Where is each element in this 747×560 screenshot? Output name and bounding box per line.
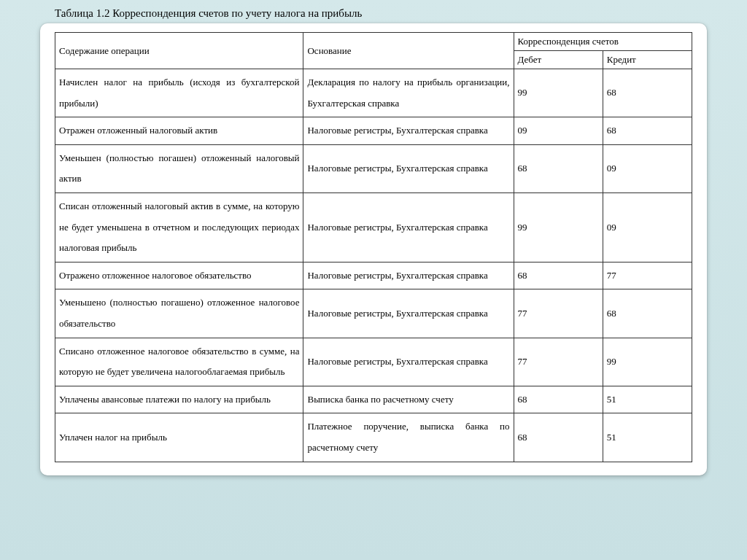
table-row: Списано отложенное налоговое обязательст…: [55, 338, 692, 386]
cell-basis: Платежное поручение, выписка банка по ра…: [303, 413, 514, 462]
cell-credit: 68: [603, 117, 692, 145]
cell-debit: 68: [514, 413, 603, 462]
cell-basis: Налоговые регистры, Бухгалтерская справк…: [303, 289, 514, 338]
cell-operation: Начислен налог на прибыль (исходя из бух…: [55, 69, 303, 117]
table-row: Отражено отложенное налоговое обязательс…: [55, 262, 692, 289]
cell-basis: Налоговые регистры, Бухгалтерская справк…: [303, 262, 514, 289]
cell-credit: 77: [603, 262, 692, 289]
cell-debit: 09: [514, 117, 603, 145]
cell-credit: 51: [603, 413, 692, 462]
cell-credit: 09: [603, 192, 692, 262]
table-caption: Таблица 1.2 Корреспонденция счетов по уч…: [55, 7, 736, 20]
header-debit: Дебет: [514, 51, 603, 69]
cell-operation: Уплачен налог на прибыль: [55, 413, 303, 462]
cell-debit: 68: [514, 144, 603, 192]
cell-debit: 77: [514, 289, 603, 338]
cell-debit: 99: [514, 192, 603, 262]
accounts-table: Содержание операции Основание Корреспонд…: [55, 32, 692, 462]
cell-basis: Налоговые регистры, Бухгалтерская справк…: [303, 144, 514, 192]
table-card: Содержание операции Основание Корреспонд…: [40, 23, 707, 475]
table-row: Уплачен налог на прибыль Платежное поруч…: [55, 413, 692, 462]
cell-credit: 68: [603, 289, 692, 338]
cell-credit: 51: [603, 386, 692, 413]
header-credit: Кредит: [603, 51, 692, 69]
table-row: Уменьшен (полностью погашен) отложенный …: [55, 144, 692, 192]
table-row: Уменьшено (полностью погашено) отложенно…: [55, 289, 692, 338]
cell-operation: Уменьшен (полностью погашен) отложенный …: [55, 144, 303, 192]
cell-operation: Отражено отложенное налоговое обязательс…: [55, 262, 303, 289]
cell-basis: Декларация по налогу на прибыль организа…: [303, 69, 514, 117]
cell-basis: Налоговые регистры, Бухгалтерская справк…: [303, 117, 514, 145]
cell-operation: Уменьшено (полностью погашено) отложенно…: [55, 289, 303, 338]
header-correspondence: Корреспонденция счетов: [514, 33, 692, 51]
cell-credit: 99: [603, 338, 692, 386]
cell-debit: 99: [514, 69, 603, 117]
cell-debit: 68: [514, 386, 603, 413]
cell-credit: 09: [603, 144, 692, 192]
header-basis: Основание: [303, 33, 514, 69]
cell-debit: 68: [514, 262, 603, 289]
table-row: Отражен отложенный налоговый актив Налог…: [55, 117, 692, 145]
cell-credit: 68: [603, 69, 692, 117]
cell-basis: Налоговые регистры, Бухгалтерская справк…: [303, 192, 514, 262]
header-operation: Содержание операции: [55, 33, 303, 69]
cell-operation: Отражен отложенный налоговый актив: [55, 117, 303, 145]
table-row: Списан отложенный налоговый актив в сумм…: [55, 192, 692, 262]
table-row: Уплачены авансовые платежи по налогу на …: [55, 386, 692, 413]
cell-debit: 77: [514, 338, 603, 386]
cell-operation: Списан отложенный налоговый актив в сумм…: [55, 192, 303, 262]
cell-basis: Выписка банка по расчетному счету: [303, 386, 514, 413]
table-row: Начислен налог на прибыль (исходя из бух…: [55, 69, 692, 117]
cell-operation: Списано отложенное налоговое обязательст…: [55, 338, 303, 386]
cell-basis: Налоговые регистры, Бухгалтерская справк…: [303, 338, 514, 386]
cell-operation: Уплачены авансовые платежи по налогу на …: [55, 386, 303, 413]
table-body: Начислен налог на прибыль (исходя из бух…: [55, 69, 692, 462]
